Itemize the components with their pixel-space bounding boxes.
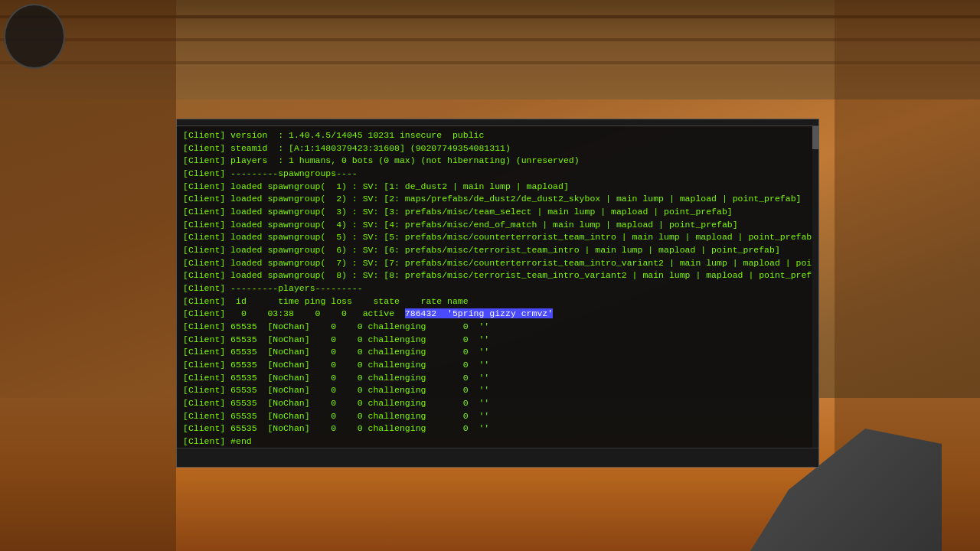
- console-line: [Client] 65535 [NoChan] 0 0 challenging …: [183, 397, 812, 410]
- console-line: [Client] 65535 [NoChan] 0 0 challenging …: [183, 372, 812, 385]
- console-line: [Client] loaded spawngroup( 4) : SV: [4:…: [183, 219, 812, 232]
- minimap: [4, 4, 65, 69]
- console-output: [Client] version : 1.40.4.5/14045 10231 …: [183, 129, 812, 448]
- console-line: [Client] id time ping loss state rate na…: [183, 295, 812, 308]
- console-line: [Client] players : 1 humans, 0 bots (0 m…: [183, 155, 812, 168]
- console-line: [Client] #end: [183, 435, 812, 448]
- console-line: [Client] loaded spawngroup( 5) : SV: [5:…: [183, 231, 812, 244]
- console-line: [Client] loaded spawngroup( 2) : SV: [2:…: [183, 193, 812, 206]
- console-line: [Client] ---------players---------: [183, 282, 812, 295]
- scrollbar-thumb[interactable]: [812, 126, 818, 149]
- console-line: [Client] loaded spawngroup( 3) : SV: [3:…: [183, 206, 812, 219]
- console-line: [Client] loaded spawngroup( 7) : SV: [7:…: [183, 257, 812, 270]
- console-titlebar: [177, 119, 818, 126]
- console-line: [Client] loaded spawngroup( 8) : SV: [8:…: [183, 269, 812, 282]
- console-line: [Client] 65535 [NoChan] 0 0 challenging …: [183, 321, 812, 334]
- console-line: [Client] ---------spawngroups----: [183, 168, 812, 181]
- console-line: [Client] 0 03:38 0 0 active 786432 '5pri…: [183, 308, 812, 321]
- console-line: [Client] version : 1.40.4.5/14045 10231 …: [183, 129, 812, 142]
- console-line: [Client] steamid : [A:1:1480379423:31608…: [183, 142, 812, 155]
- left-side-overlay: [0, 0, 176, 551]
- console-line: [Client] 65535 [NoChan] 0 0 challenging …: [183, 422, 812, 435]
- console-line: [Client] 65535 [NoChan] 0 0 challenging …: [183, 334, 812, 347]
- console-input[interactable]: [183, 452, 812, 463]
- console-line: [Client] loaded spawngroup( 1) : SV: [1:…: [183, 181, 812, 194]
- console-input-bar: [177, 448, 818, 467]
- console-window: [Client] version : 1.40.4.5/14045 10231 …: [176, 119, 819, 468]
- console-line: [Client] 65535 [NoChan] 0 0 challenging …: [183, 359, 812, 372]
- console-line: [Client] 65535 [NoChan] 0 0 challenging …: [183, 410, 812, 423]
- highlighted-value: 786432 '5pring gizzy crmvz': [405, 308, 553, 318]
- console-line: [Client] loaded spawngroup( 6) : SV: [6:…: [183, 244, 812, 257]
- console-body: [Client] version : 1.40.4.5/14045 10231 …: [177, 126, 818, 448]
- console-line: [Client] 65535 [NoChan] 0 0 challenging …: [183, 384, 812, 397]
- console-line: [Client] 65535 [NoChan] 0 0 challenging …: [183, 346, 812, 359]
- console-scrollbar[interactable]: [812, 126, 818, 448]
